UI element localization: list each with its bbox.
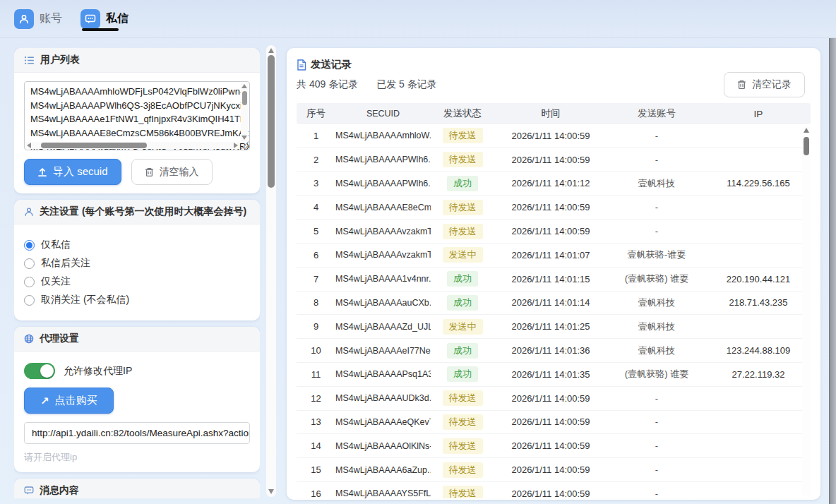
import-secuid-label: 导入 secuid — [53, 165, 108, 179]
table-row[interactable]: 15 MS4wLjABAAAA6aZup... 待发送 2026/1/11 14… — [297, 458, 811, 482]
cell-account: - — [607, 155, 706, 165]
cell-secuid: MS4wLjABAAAAZd_UJL... — [335, 322, 431, 332]
follow-option-radio[interactable]: 取消关注 (不会私信) — [24, 294, 250, 306]
status-badge: 成功 — [447, 366, 478, 382]
table-scroll-up-arrow[interactable] — [804, 128, 809, 133]
cell-status: 成功 — [431, 366, 494, 382]
follow-option-radio[interactable]: 仅关注 — [24, 275, 250, 288]
follow-options: 仅私信 私信后关注 仅关注 取消关注 (不会私信) — [14, 224, 260, 320]
message-content-header: 消息内容 — [14, 479, 260, 498]
col-header-status: 发送状态 — [431, 107, 494, 120]
cell-secuid: MS4wLjABAAAAvzakmT... — [335, 250, 431, 260]
cell-secuid: MS4wLjABAAAA6aZup... — [335, 465, 431, 475]
clear-input-button[interactable]: 清空输入 — [131, 159, 213, 185]
follow-settings-card: 关注设置 (每个账号第一次使用时大概率会掉号) 仅私信 私信后关注 仅关注 取消… — [14, 200, 260, 320]
send-records-panel: 发送记录 共 409 条记录 已发 5 条记录 清空记录 序号 SECUID 发… — [287, 48, 820, 500]
table-row[interactable]: 9 MS4wLjABAAAAZd_UJL... 发送中 2026/1/11 14… — [297, 315, 811, 339]
table-scrollbar[interactable] — [802, 126, 811, 496]
user-list-title: 用户列表 — [40, 54, 80, 66]
buy-proxy-button[interactable]: ↗ 点击购买 — [24, 388, 114, 414]
cell-secuid: MS4wLjABAAAAYS5FfL8... — [335, 488, 431, 498]
buy-proxy-label: 点击购买 — [55, 394, 97, 407]
radio-dot — [24, 277, 35, 287]
cell-secuid: MS4wLjABAAAAPsq1A3... — [335, 369, 431, 379]
table-scroll-thumb[interactable] — [804, 137, 809, 155]
status-badge: 待发送 — [443, 128, 483, 143]
tab-private-message[interactable]: 私信 — [80, 0, 129, 37]
send-records-title: 发送记录 — [311, 58, 352, 71]
sidebar-scrollbar[interactable] — [266, 45, 276, 497]
allow-proxy-label: 允许修改代理IP — [64, 365, 132, 378]
textarea-vertical-scrollbar[interactable] — [241, 83, 249, 141]
col-header-account: 发送账号 — [607, 107, 706, 120]
table-row[interactable]: 5 MS4wLjABAAAAvzakmT... 待发送 2026/1/11 14… — [297, 220, 811, 244]
proxy-settings-card: 代理设置 允许修改代理IP ↗ 点击购买 http://api1.ydaili.… — [14, 327, 260, 472]
cell-account: - — [607, 393, 706, 404]
allow-proxy-toggle[interactable] — [24, 363, 55, 379]
app-window: 账号 私信 用户列表 MS4wLjABAAAAmhloWDFjLsP042Vlq… — [0, 0, 836, 504]
radio-label: 仅私信 — [41, 239, 71, 251]
table-row[interactable]: 13 MS4wLjABAAAAeQKevT... 待发送 2026/1/11 1… — [297, 411, 811, 435]
send-records-table: 序号 SECUID 发送状态 时间 发送账号 IP 1 MS4wLjABAAAA… — [297, 103, 811, 498]
status-badge: 成功 — [447, 176, 478, 191]
cell-ip: 114.229.56.165 — [706, 178, 811, 188]
cell-status: 待发送 — [431, 224, 494, 239]
background-window-edge — [829, 38, 836, 504]
scroll-up-arrow[interactable] — [268, 48, 274, 53]
user-list-card: 用户列表 MS4wLjABAAAAmhloWDFjLsP042VlqFblWz0… — [14, 48, 260, 193]
table-row[interactable]: 6 MS4wLjABAAAAvzakmT... 发送中 2026/1/11 14… — [297, 244, 811, 268]
external-arrow-icon: ↗ — [40, 395, 49, 407]
cell-no: 8 — [297, 297, 335, 308]
cell-no: 6 — [297, 250, 335, 260]
status-badge: 发送中 — [443, 247, 483, 263]
tab-account[interactable]: 账号 — [14, 0, 62, 37]
follow-option-radio[interactable]: 私信后关注 — [24, 257, 250, 270]
status-badge: 成功 — [447, 271, 478, 287]
cell-time: 2026/1/11 14:00:59 — [494, 488, 607, 498]
cell-status: 成功 — [431, 271, 494, 287]
table-row[interactable]: 14 MS4wLjABAAAAOlKlNs-... 待发送 2026/1/11 … — [297, 434, 811, 458]
proxy-settings-title: 代理设置 — [40, 332, 79, 345]
table-row[interactable]: 1 MS4wLjABAAAAmhloW... 待发送 2026/1/11 14:… — [297, 124, 811, 148]
table-row[interactable]: 7 MS4wLjABAAAA1v4nnr... 成功 2026/1/11 14:… — [297, 268, 811, 292]
table-row[interactable]: 8 MS4wLjABAAAAauCXb... 成功 2026/1/11 14:0… — [297, 292, 811, 316]
textarea-resize-handle[interactable] — [241, 141, 249, 149]
clear-records-button[interactable]: 清空记录 — [724, 72, 805, 97]
follow-option-radio[interactable]: 仅私信 — [24, 239, 250, 251]
document-icon — [297, 59, 306, 71]
cell-secuid: MS4wLjABAAAAE8eCm... — [335, 203, 431, 212]
cell-time: 2026/1/11 14:00:59 — [494, 131, 607, 141]
status-badge: 待发送 — [443, 462, 483, 478]
table-row[interactable]: 11 MS4wLjABAAAAPsq1A3... 成功 2026/1/11 14… — [297, 363, 811, 387]
table-row[interactable]: 16 MS4wLjABAAAAYS5FfL8... 待发送 2026/1/11 … — [297, 482, 811, 498]
proxy-api-url-input[interactable]: http://api1.ydaili.cn:82/tools/MeasureAp… — [24, 422, 250, 444]
cell-ip: 218.71.43.235 — [706, 297, 811, 308]
table-row[interactable]: 2 MS4wLjABAAAAPWlh6... 待发送 2026/1/11 14:… — [297, 148, 811, 172]
secuid-textarea[interactable]: MS4wLjABAAAAmhloWDFjLsP042VlqFblWz0liPwn… — [24, 81, 250, 150]
cell-status: 待发送 — [431, 200, 494, 215]
cell-account: - — [607, 488, 706, 498]
cell-secuid: MS4wLjABAAAAPWlh6... — [335, 155, 431, 164]
cell-secuid: MS4wLjABAAAAOlKlNs-... — [335, 441, 431, 451]
cell-status: 发送中 — [431, 319, 494, 335]
cell-no: 13 — [297, 416, 335, 427]
table-row[interactable]: 10 MS4wLjABAAAAeI77Ne... 成功 2026/1/11 14… — [297, 339, 811, 363]
scroll-down-arrow[interactable] — [268, 489, 274, 494]
cell-time: 2026/1/11 14:00:59 — [494, 393, 607, 404]
status-badge: 待发送 — [443, 152, 483, 167]
sidebar-scroll-thumb[interactable] — [268, 55, 275, 188]
cell-status: 待发送 — [431, 128, 494, 143]
table-row[interactable]: 3 MS4wLjABAAAAPWlh6... 成功 2026/1/11 14:0… — [297, 172, 811, 196]
cell-status: 发送中 — [431, 247, 494, 263]
textarea-horizontal-scrollbar[interactable] — [25, 142, 239, 149]
cell-ip: 27.22.119.32 — [706, 369, 811, 380]
import-secuid-button[interactable]: 导入 secuid — [24, 159, 121, 185]
trash-icon — [145, 167, 154, 177]
table-row[interactable]: 4 MS4wLjABAAAAE8eCm... 待发送 2026/1/11 14:… — [297, 196, 811, 220]
cell-account: 壹帆科技 — [607, 296, 706, 309]
cell-secuid: MS4wLjABAAAAeQKevT... — [335, 417, 431, 427]
table-row[interactable]: 12 MS4wLjABAAAAUDk3d... 待发送 2026/1/11 14… — [297, 387, 811, 411]
cell-time: 2026/1/11 14:01:25 — [494, 321, 607, 332]
cell-no: 1 — [297, 131, 335, 141]
cell-time: 2026/1/11 14:01:15 — [494, 274, 607, 284]
